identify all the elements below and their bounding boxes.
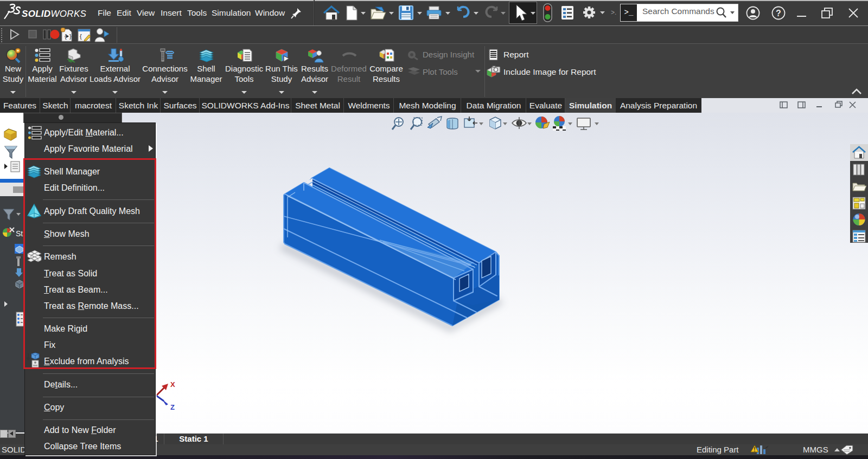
svg-text:?: ? xyxy=(776,9,781,18)
svg-text:Z: Z xyxy=(170,403,175,411)
svg-text:X: X xyxy=(170,380,175,389)
svg-text:!: ! xyxy=(754,447,755,452)
svg-text:SOLIDWORKS: SOLIDWORKS xyxy=(22,9,87,19)
svg-text:St: St xyxy=(16,229,23,238)
svg-text:{: { xyxy=(80,33,82,40)
svg-text:}: } xyxy=(69,33,72,40)
